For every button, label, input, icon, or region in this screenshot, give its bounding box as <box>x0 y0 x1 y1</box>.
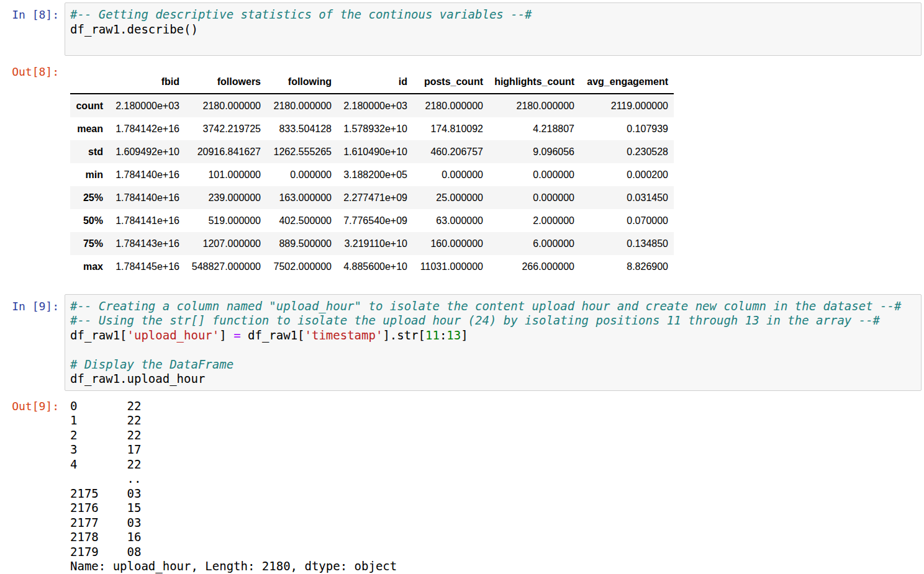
table-cell: 1.784140e+16 <box>109 163 185 186</box>
table-cell: 0.000000 <box>489 163 580 186</box>
table-row-label: 50% <box>70 209 109 232</box>
table-cell: 0.230528 <box>580 140 674 163</box>
table-column-header: id <box>337 70 413 94</box>
table-cell: 1.784145e+16 <box>109 255 185 278</box>
table-row-label: 75% <box>70 232 109 255</box>
table-row: 50%1.784141e+16519.000000402.5000007.776… <box>70 209 674 232</box>
input-prompt-8: In [8]: <box>0 2 65 22</box>
code-line: #-- Using the str[] function to isolate … <box>70 313 916 328</box>
input-prompt-9: In [9]: <box>0 294 65 314</box>
code-token-plain: ].str[ <box>383 328 425 342</box>
table-cell: 0.070000 <box>580 209 674 232</box>
code-input-area-9[interactable]: #-- Creating a column named "upload_hour… <box>65 294 922 391</box>
table-cell: 0.000000 <box>489 186 580 209</box>
table-cell: 519.000000 <box>185 209 266 232</box>
table-row: count2.180000e+032180.0000002180.0000002… <box>70 94 674 117</box>
series-line: 2177 03 <box>70 516 924 531</box>
table-cell: 20916.841627 <box>185 140 266 163</box>
code-token-number: 11 <box>425 328 440 342</box>
table-cell: 0.031450 <box>580 186 674 209</box>
table-cell: 63.000000 <box>413 209 489 232</box>
table-column-header: avg_engagement <box>580 70 674 94</box>
table-row-label: max <box>70 255 109 278</box>
output-area-8: fbidfollowersfollowingidposts_counthighl… <box>65 65 924 278</box>
series-line: .. <box>70 472 924 487</box>
output-cell-out8: Out[8]: fbidfollowersfollowingidposts_co… <box>0 65 924 278</box>
table-column-header: fbid <box>109 70 185 94</box>
code-cell-in9: In [9]: #-- Creating a column named "upl… <box>0 294 924 391</box>
table-row: min1.784140e+16101.0000000.0000003.18820… <box>70 163 674 186</box>
table-cell: 2.180000e+03 <box>109 94 185 117</box>
code-line: df_raw1.describe() <box>70 22 916 37</box>
table-cell: 2180.000000 <box>185 94 266 117</box>
code-token-string: 'timestamp' <box>305 328 383 342</box>
table-row: 25%1.784140e+16239.000000163.0000002.277… <box>70 186 674 209</box>
table-cell: 3742.219725 <box>185 117 266 140</box>
series-line: 2176 15 <box>70 501 924 516</box>
code-line: # Display the DataFrame <box>70 357 916 372</box>
table-cell: 6.000000 <box>489 232 580 255</box>
code-token-comment: #-- Getting descriptive statistics of th… <box>70 7 532 21</box>
series-line: 2178 16 <box>70 530 924 545</box>
code-line: df_raw1['upload_hour'] = df_raw1['timest… <box>70 328 916 343</box>
table-cell: 3.188200e+05 <box>337 163 413 186</box>
code-token-number: 13 <box>446 328 461 342</box>
output-cell-out9: Out[9]: 0 22 1 22 2 22 3 17 4 22 .. 2175… <box>0 399 924 574</box>
series-line: 1 22 <box>70 413 924 428</box>
series-line: 3 17 <box>70 442 924 457</box>
table-row-label: min <box>70 163 109 186</box>
table-cell: 1.784142e+16 <box>109 117 185 140</box>
table-cell: 889.500000 <box>266 232 337 255</box>
table-column-header: highlights_count <box>489 70 580 94</box>
table-cell: 0.000000 <box>413 163 489 186</box>
table-cell: 2180.000000 <box>266 94 337 117</box>
jupyter-notebook: In [8]: #-- Getting descriptive statisti… <box>0 0 924 574</box>
table-cell: 25.000000 <box>413 186 489 209</box>
code-token-plain: df_raw1.upload_hour <box>70 372 205 385</box>
table-row: max1.784145e+16548827.0000007502.0000004… <box>70 255 674 278</box>
code-token-string: 'upload_hour' <box>127 328 220 342</box>
code-token-plain: : <box>440 328 446 342</box>
table-cell: 833.504128 <box>266 117 337 140</box>
table-cell: 460.206757 <box>413 140 489 163</box>
code-token-comment: # Display the DataFrame <box>70 357 233 371</box>
table-cell: 1.609492e+10 <box>109 140 185 163</box>
table-column-header: followers <box>185 70 266 94</box>
table-row: std1.609492e+1020916.8416271262.5552651.… <box>70 140 674 163</box>
code-line: df_raw1.upload_hour <box>70 372 916 387</box>
table-cell: 2119.000000 <box>580 94 674 117</box>
code-line: #-- Creating a column named "upload_hour… <box>70 299 916 314</box>
code-input-area-8[interactable]: #-- Getting descriptive statistics of th… <box>65 2 922 56</box>
table-row: mean1.784142e+163742.219725833.5041281.5… <box>70 117 674 140</box>
table-cell: 0.134850 <box>580 232 674 255</box>
table-cell: 11031.000000 <box>413 255 489 278</box>
table-cell: 1.578932e+10 <box>337 117 413 140</box>
table-cell: 1.784140e+16 <box>109 186 185 209</box>
table-cell: 548827.000000 <box>185 255 266 278</box>
describe-table: fbidfollowersfollowingidposts_counthighl… <box>70 70 674 278</box>
code-cell-in8: In [8]: #-- Getting descriptive statisti… <box>0 2 924 56</box>
table-cell: 2.277471e+09 <box>337 186 413 209</box>
output-prompt-9: Out[9]: <box>0 399 65 414</box>
table-cell: 1.610490e+10 <box>337 140 413 163</box>
table-cell: 1.784143e+16 <box>109 232 185 255</box>
table-column-header: following <box>266 70 337 94</box>
code-line-blank <box>70 343 916 357</box>
table-cell: 266.000000 <box>489 255 580 278</box>
table-column-header: posts_count <box>413 70 489 94</box>
table-cell: 1.784141e+16 <box>109 209 185 232</box>
table-row-label: mean <box>70 117 109 140</box>
table-cell: 1207.000000 <box>185 232 266 255</box>
table-row: 75%1.784143e+161207.000000889.5000003.21… <box>70 232 674 255</box>
code-token-plain: df_raw1[ <box>241 328 305 342</box>
table-cell: 7502.000000 <box>266 255 337 278</box>
output-prompt-8: Out[8]: <box>0 65 65 79</box>
table-row-label: 25% <box>70 186 109 209</box>
table-cell: 7.776540e+09 <box>337 209 413 232</box>
table-cell: 239.000000 <box>185 186 266 209</box>
table-row-label: count <box>70 94 109 117</box>
code-token-comment: #-- Creating a column named "upload_hour… <box>70 299 901 313</box>
table-row-label: std <box>70 140 109 163</box>
table-cell: 174.810092 <box>413 117 489 140</box>
output-area-9: 0 22 1 22 2 22 3 17 4 22 .. 2175 03 2176… <box>65 399 924 574</box>
